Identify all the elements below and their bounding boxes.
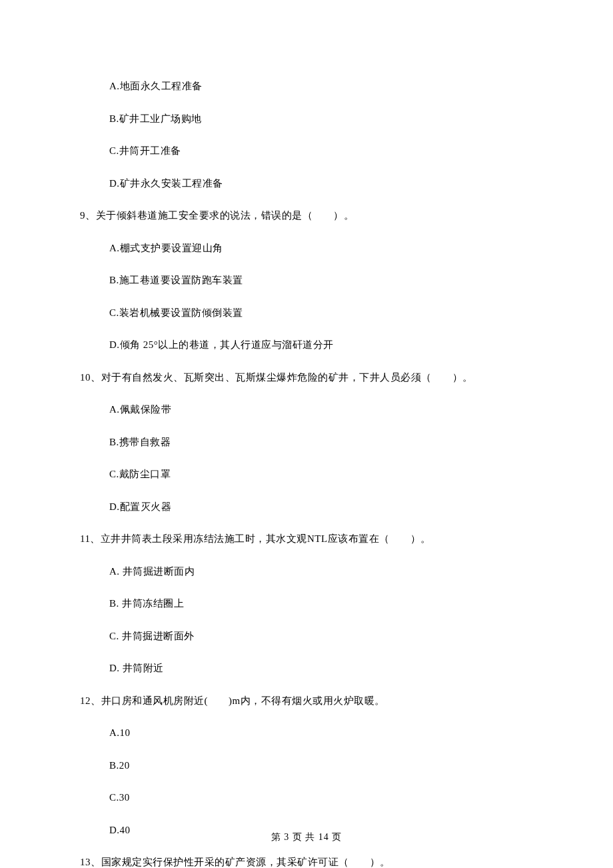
q10-option-d: D.配置灭火器 <box>109 499 533 515</box>
q10-option-b: B.携带自救器 <box>109 435 533 450</box>
q12-stem: 12、井口房和通风机房附近( )m内，不得有烟火或用火炉取暖。 <box>80 693 533 709</box>
q11-option-b: B. 井筒冻结圈上 <box>109 596 533 611</box>
q9-option-d: D.倾角 25°以上的巷道，其人行道应与溜矸道分开 <box>109 337 533 353</box>
page-body: A.地面永久工程准备 B.矿井工业广场购地 C.井筒开工准备 D.矿井永久安装工… <box>0 0 613 868</box>
q8-option-c: C.井筒开工准备 <box>109 143 533 159</box>
q9-option-b: B.施工巷道要设置防跑车装置 <box>109 273 533 288</box>
q12-option-c: C.30 <box>109 790 533 805</box>
q8-option-d: D.矿井永久安装工程准备 <box>109 176 533 191</box>
q9-stem: 9、关于倾斜巷道施工安全要求的说法，错误的是（ ）。 <box>80 208 533 223</box>
q11-stem: 11、立井井筒表土段采用冻结法施工时，其水文观NTL应该布置在（ ）。 <box>80 531 533 547</box>
q11-option-c: C. 井筒掘进断面外 <box>109 629 533 644</box>
q11-option-d: D. 井筒附近 <box>109 661 533 676</box>
q10-option-a: A.佩戴保险带 <box>109 402 533 417</box>
q10-option-c: C.戴防尘口罩 <box>109 467 533 482</box>
q9-option-c: C.装岩机械要设置防倾倒装置 <box>109 305 533 321</box>
q8-option-a: A.地面永久工程准备 <box>109 79 533 94</box>
q12-option-b: B.20 <box>109 758 533 773</box>
q11-option-a: A. 井筒掘进断面内 <box>109 564 533 579</box>
q13-stem: 13、国家规定实行保护性开采的矿产资源，其采矿许可证（ ）。 <box>80 855 533 868</box>
q10-stem: 10、对于有自然发火、瓦斯突出、瓦斯煤尘爆炸危险的矿井，下井人员必须（ ）。 <box>80 370 533 385</box>
q8-option-b: B.矿井工业广场购地 <box>109 111 533 127</box>
q12-option-a: A.10 <box>109 725 533 741</box>
page-footer: 第 3 页 共 14 页 <box>0 830 613 844</box>
q9-option-a: A.棚式支护要设置迎山角 <box>109 241 533 256</box>
